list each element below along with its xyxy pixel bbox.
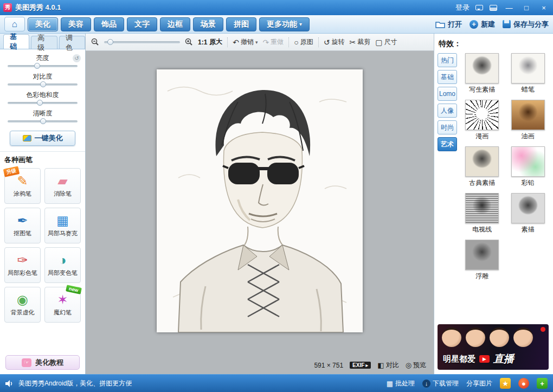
slider-knob[interactable] bbox=[40, 118, 46, 124]
skin-icon[interactable] bbox=[489, 4, 498, 11]
preview-button[interactable]: ◎ 预览 bbox=[406, 361, 426, 370]
ad-banner[interactable]: 明星都爱 ▶ 直播 bbox=[438, 324, 549, 370]
share-image-button[interactable]: 分享图片 bbox=[466, 379, 492, 388]
star-app-icon[interactable]: ★ bbox=[500, 378, 511, 389]
saturation-row: 色彩饱和度 bbox=[8, 91, 78, 104]
saturation-slider[interactable] bbox=[8, 102, 78, 104]
brush-magic-pen[interactable]: new ✶ 魔幻笔 bbox=[44, 287, 81, 323]
brush-eraser-pen[interactable]: ▰ 消除笔 bbox=[44, 168, 81, 204]
magic-pen-icon: ✶ bbox=[57, 293, 68, 307]
effect-thumbnail[interactable] bbox=[465, 53, 499, 83]
tab-advanced[interactable]: 高级 bbox=[31, 36, 57, 49]
maximize-button[interactable]: □ bbox=[520, 3, 532, 12]
tab-frame[interactable]: 边框 bbox=[160, 17, 190, 31]
redo-button[interactable]: ↷ 重做 bbox=[263, 37, 284, 47]
effect-thumbnail[interactable] bbox=[511, 146, 545, 177]
tab-collage[interactable]: 拼图 bbox=[226, 17, 256, 31]
sharpness-slider[interactable] bbox=[8, 120, 78, 123]
category-fashion[interactable]: 时尚 bbox=[438, 120, 457, 134]
preview-icon: ◎ bbox=[406, 361, 411, 369]
tab-basic[interactable]: 基础 bbox=[3, 34, 29, 49]
brightness-label: 亮度 bbox=[8, 54, 78, 63]
tab-accessories[interactable]: 饰品 bbox=[94, 17, 124, 31]
editor-area: 1:1 原大 ↶ 撤销 ▾ ↷ 重做 ○ 原图 bbox=[86, 34, 434, 374]
contrast-slider[interactable] bbox=[8, 83, 78, 86]
undo-button[interactable]: ↶ 撤销 ▾ bbox=[233, 37, 258, 47]
compare-button[interactable]: ◧ 对比 bbox=[377, 361, 398, 370]
effect-thumbnail[interactable] bbox=[465, 146, 499, 177]
zoom-slider[interactable] bbox=[104, 41, 180, 43]
cutout-pen-icon: ✒ bbox=[17, 214, 28, 228]
category-label: Lomo bbox=[439, 90, 455, 98]
effect-crayon[interactable]: 蜡笔 bbox=[507, 53, 549, 94]
beautify-tutorial-button[interactable]: ☞ 美化教程 bbox=[5, 355, 80, 370]
category-lomo[interactable]: Lomo bbox=[438, 87, 457, 101]
contrast-label: 对比度 bbox=[8, 72, 78, 81]
slider-knob[interactable] bbox=[37, 100, 43, 106]
login-link[interactable]: 登录 bbox=[455, 3, 470, 12]
effect-thumbnail[interactable] bbox=[465, 193, 499, 223]
slider-knob[interactable] bbox=[40, 81, 46, 87]
tab-label: 饰品 bbox=[101, 20, 117, 29]
effect-comic[interactable]: 漫画 bbox=[461, 100, 503, 141]
brush-local-color-pen[interactable]: ✑ 局部彩色笔 bbox=[4, 247, 41, 283]
tab-scene[interactable]: 场景 bbox=[193, 17, 223, 31]
zoom-in-icon[interactable] bbox=[185, 38, 193, 46]
effect-thumbnail[interactable] bbox=[511, 53, 545, 83]
original-image-button[interactable]: ○ 原图 bbox=[294, 37, 313, 47]
brush-local-recolor-pen[interactable]: ◑ 局部变色笔 bbox=[44, 247, 81, 283]
effect-tv-lines[interactable]: 电视线 bbox=[461, 193, 503, 234]
photo-canvas[interactable] bbox=[157, 69, 363, 332]
tab-retouch[interactable]: 美容 bbox=[61, 17, 91, 31]
new-button[interactable]: + 新建 bbox=[470, 20, 495, 29]
category-basic[interactable]: 基础 bbox=[438, 70, 457, 84]
tab-more-features[interactable]: 更多功能 ▾ bbox=[259, 17, 310, 31]
effect-oil-painting[interactable]: 油画 bbox=[507, 100, 549, 141]
resize-button[interactable]: ▢ 尺寸 bbox=[375, 37, 397, 47]
tab-tone[interactable]: 调色 bbox=[59, 36, 85, 49]
effect-color-pencil[interactable]: 彩铅 bbox=[507, 146, 549, 188]
ad-celebrity-faces bbox=[442, 327, 533, 347]
open-button[interactable]: 打开 bbox=[435, 20, 462, 29]
crop-button[interactable]: ✂ 裁剪 bbox=[350, 37, 371, 47]
feedback-icon[interactable] bbox=[475, 4, 484, 11]
tab-text[interactable]: 文字 bbox=[127, 17, 157, 31]
effect-thumbnail[interactable] bbox=[465, 240, 499, 270]
brush-background-blur[interactable]: ◉ 背景虚化 bbox=[4, 287, 41, 323]
tab-beautify[interactable]: 美化 bbox=[28, 17, 58, 31]
effect-life-sketch[interactable]: 写生素描 bbox=[461, 53, 503, 94]
zoom-out-icon[interactable] bbox=[91, 38, 99, 46]
brush-doodle-pen[interactable]: 升级 ✎ 涂鸦笔 bbox=[4, 168, 41, 204]
exif-badge[interactable]: EXIF ▸ bbox=[350, 362, 371, 369]
zoom-knob[interactable] bbox=[107, 39, 113, 45]
save-share-button[interactable]: 保存与分享 bbox=[503, 20, 549, 29]
category-hot[interactable]: 热门 bbox=[438, 53, 457, 67]
effect-emboss[interactable]: 浮雕 bbox=[461, 240, 503, 281]
category-portrait[interactable]: 人像 bbox=[438, 104, 457, 118]
one-click-beautify-button[interactable]: 一键美化 bbox=[10, 131, 75, 146]
add-app-icon[interactable]: + bbox=[537, 378, 548, 389]
category-label: 热门 bbox=[441, 56, 454, 65]
effect-thumbnail[interactable] bbox=[465, 100, 499, 130]
effect-thumbnail[interactable] bbox=[511, 100, 545, 130]
brush-cutout-pen[interactable]: ✒ 抠图笔 bbox=[4, 208, 41, 243]
reset-icon[interactable]: ↺ bbox=[73, 54, 81, 62]
category-art[interactable]: 艺术 bbox=[438, 137, 457, 151]
effect-pencil-sketch[interactable]: 素描 bbox=[507, 193, 549, 234]
batch-process-button[interactable]: ▦ 批处理 bbox=[387, 379, 415, 388]
effect-classic-sketch[interactable]: 古典素描 bbox=[461, 146, 503, 188]
slider-knob[interactable] bbox=[34, 63, 40, 69]
minimize-button[interactable]: — bbox=[503, 3, 515, 12]
zoom-actual-size-button[interactable]: 1:1 原大 bbox=[198, 37, 222, 47]
save-label: 保存与分享 bbox=[513, 20, 549, 29]
rotate-button[interactable]: ↺ 旋转 bbox=[324, 37, 345, 47]
home-button[interactable]: ⌂ bbox=[4, 17, 25, 31]
download-manager-button[interactable]: ↓ 下载管理 bbox=[422, 379, 459, 388]
meitu-app-icon[interactable]: ● bbox=[518, 378, 529, 389]
brightness-slider[interactable] bbox=[8, 65, 78, 67]
close-button[interactable]: × bbox=[538, 3, 550, 12]
brush-label: 局部彩色笔 bbox=[8, 269, 37, 277]
brushes-section: 各种画笔 升级 ✎ 涂鸦笔 ▰ 消除笔 ✒ 抠图笔 bbox=[0, 151, 85, 323]
brush-local-mosaic[interactable]: ▦ 局部马赛克 bbox=[44, 208, 81, 243]
effect-thumbnail[interactable] bbox=[511, 193, 545, 223]
